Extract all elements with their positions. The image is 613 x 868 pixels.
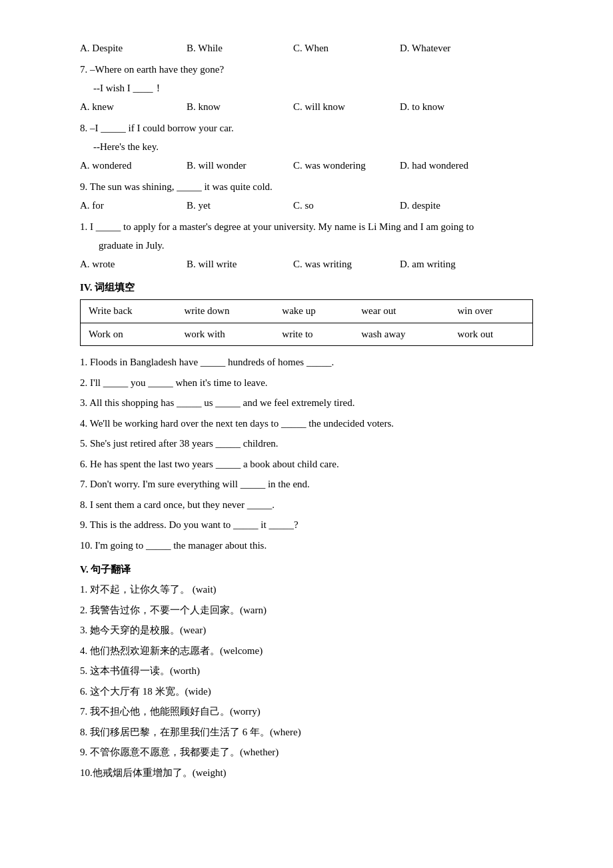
section5-title: V. 句子翻译 <box>80 563 533 576</box>
fill-item-4: 4. We'll be working hard over the next t… <box>80 415 533 433</box>
q6-option-b: B. While <box>187 40 293 56</box>
q7-option-a: A. knew <box>80 99 187 115</box>
word-cell-1-1: Write back <box>81 300 177 323</box>
trans-item-7: 7. 我不担心他，他能照顾好自己。(worry) <box>80 703 533 721</box>
q1-stem2: graduate in July. <box>80 237 533 253</box>
q8-option-b: B. will wonder <box>187 157 293 173</box>
word-table: Write back write down wake up wear out w… <box>80 299 533 346</box>
q8-stem1: 8. –I _____ if I could borrow your car. <box>80 120 533 136</box>
q6-options: A. Despite B. While C. When D. Whatever <box>80 40 533 56</box>
q6-option-a: A. Despite <box>80 40 187 56</box>
q7-option-b: B. know <box>187 99 293 115</box>
word-cell-2-4: wash away <box>353 323 449 346</box>
q9-options: A. for B. yet C. so D. despite <box>80 197 533 213</box>
q9-stem: 9. The sun was shining, _____ it was qui… <box>80 179 533 195</box>
q8-options: A. wondered B. will wonder C. was wonder… <box>80 157 533 173</box>
word-cell-2-3: write to <box>274 323 353 346</box>
q9-option-b: B. yet <box>187 197 293 213</box>
fill-item-5: 5. She's just retired after 38 years ___… <box>80 435 533 453</box>
trans-item-6: 6. 这个大厅有 18 米宽。(wide) <box>80 683 533 701</box>
word-cell-1-2: write down <box>177 300 275 323</box>
fill-item-2: 2. I'll _____ you _____ when it's time t… <box>80 375 533 392</box>
q6-option-d: D. Whatever <box>400 40 506 56</box>
word-table-row1: Write back write down wake up wear out w… <box>81 300 533 323</box>
trans-item-5: 5. 这本书值得一读。(worth) <box>80 663 533 680</box>
fill-item-10: 10. I'm going to _____ the manager about… <box>80 537 533 555</box>
trans-item-8: 8. 我们移居巴黎，在那里我们生活了 6 年。(where) <box>80 724 533 741</box>
q7-option-d: D. to know <box>400 99 506 115</box>
word-cell-1-3: wake up <box>274 300 353 323</box>
fill-item-7: 7. Don't worry. I'm sure everything will… <box>80 476 533 493</box>
q8-stem2: --Here's the key. <box>80 139 533 155</box>
fill-item-9: 9. This is the address. Do you want to _… <box>80 517 533 534</box>
word-cell-2-5: work out <box>449 323 532 346</box>
q1-options: A. wrote B. will write C. was writing D.… <box>80 256 533 272</box>
word-cell-1-4: wear out <box>353 300 449 323</box>
q7-stem1: 7. –Where on earth have they gone? <box>80 61 533 77</box>
q8-option-d: D. had wondered <box>400 157 506 173</box>
q9-option-c: C. so <box>293 197 400 213</box>
q1-option-a: A. wrote <box>80 256 187 272</box>
q9-option-a: A. for <box>80 197 187 213</box>
fill-item-3: 3. All this shopping has _____ us _____ … <box>80 395 533 412</box>
q1-option-c: C. was writing <box>293 256 400 272</box>
trans-item-3: 3. 她今天穿的是校服。(wear) <box>80 622 533 639</box>
word-cell-1-5: win over <box>449 300 532 323</box>
q1-option-b: B. will write <box>187 256 293 272</box>
question-7: 7. –Where on earth have they gone? --I w… <box>80 61 533 115</box>
trans-item-4: 4. 他们热烈欢迎新来的志愿者。(welcome) <box>80 643 533 660</box>
q7-options: A. knew B. know C. will know D. to know <box>80 99 533 115</box>
word-table-row2: Work on work with write to wash away wor… <box>81 323 533 346</box>
q6-option-c: C. When <box>293 40 400 56</box>
fill-item-1: 1. Floods in Bangladesh have _____ hundr… <box>80 354 533 371</box>
question-1: 1. I _____ to apply for a master's degre… <box>80 219 533 272</box>
question-8: 8. –I _____ if I could borrow your car. … <box>80 120 533 173</box>
trans-item-10: 10.他戒烟后体重增加了。(weight) <box>80 765 533 782</box>
trans-item-2: 2. 我警告过你，不要一个人走回家。(warn) <box>80 602 533 619</box>
fill-item-6: 6. He has spent the last two years _____… <box>80 456 533 473</box>
section5-items: 1. 对不起，让你久等了。 (wait) 2. 我警告过你，不要一个人走回家。(… <box>80 581 533 781</box>
q7-option-c: C. will know <box>293 99 400 115</box>
section4-items: 1. Floods in Bangladesh have _____ hundr… <box>80 354 533 554</box>
fill-item-8: 8. I sent them a card once, but they nev… <box>80 497 533 514</box>
q9-option-d: D. despite <box>400 197 506 213</box>
q8-option-a: A. wondered <box>80 157 187 173</box>
q1-stem1: 1. I _____ to apply for a master's degre… <box>80 219 533 235</box>
trans-item-9: 9. 不管你愿意不愿意，我都要走了。(whether) <box>80 744 533 761</box>
question-9: 9. The sun was shining, _____ it was qui… <box>80 179 533 213</box>
section4-title: IV. 词组填空 <box>80 281 533 294</box>
trans-item-1: 1. 对不起，让你久等了。 (wait) <box>80 581 533 599</box>
word-cell-2-1: Work on <box>81 323 177 346</box>
q7-stem2: --I wish I ____！ <box>80 80 533 96</box>
word-cell-2-2: work with <box>177 323 275 346</box>
q8-option-c: C. was wondering <box>293 157 400 173</box>
q1-option-d: D. am writing <box>400 256 506 272</box>
